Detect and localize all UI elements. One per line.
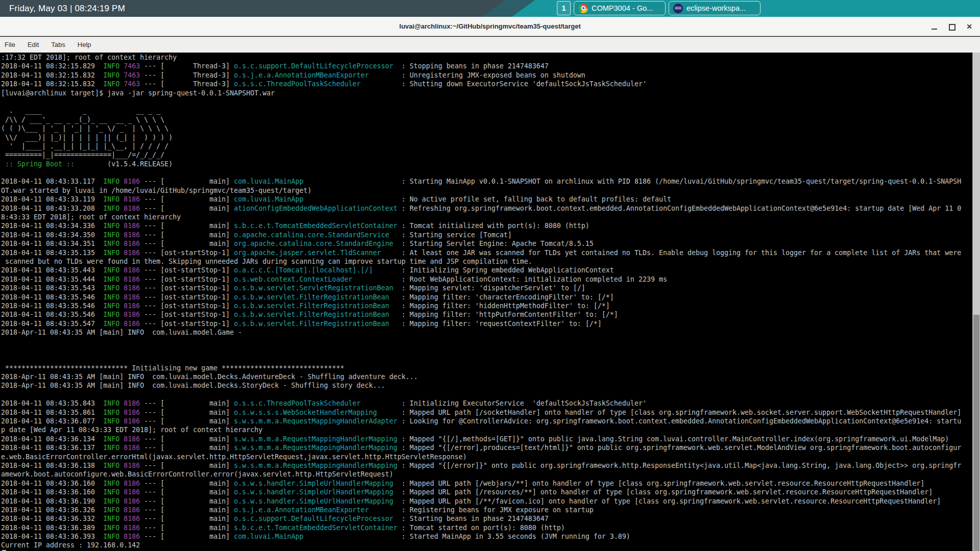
terminal-line: 2018-Apr-11 08:43:35 AM [main] INFO com.… xyxy=(1,381,980,390)
terminal-line: scanned but no TLDs were found in them. … xyxy=(1,257,980,266)
terminal-scrollbar[interactable] xyxy=(972,53,980,551)
terminal-line: 2018-04-11 08:43:34.351 INFO 8186 --- [ … xyxy=(1,239,980,248)
taskbar-apps: COMP3004 - Go...eclipse-workspa... xyxy=(574,1,761,15)
terminal-line: 2018-04-11 08:32:15.832 INFO 7463 --- [ … xyxy=(1,80,980,88)
terminal-line: 2018-04-11 08:43:36.134 INFO 8186 --- [ … xyxy=(1,435,980,443)
terminal-line: OT.war started by luvai in /home/luvai/G… xyxy=(1,186,980,195)
terminal-line: :: Spring Boot :: (v1.5.4.RELEASE) xyxy=(1,160,980,168)
terminal-line: 2018-04-11 08:43:35.843 INFO 8186 --- [ … xyxy=(1,399,980,408)
terminal-line: \\/ ___)| |_)| | | | | || (_| | ) ) ) ) xyxy=(1,133,980,142)
terminal-line: 2018-04-11 08:43:35.546 INFO 8186 --- [o… xyxy=(1,293,980,302)
terminal-output: :17:32 EDT 2018]; root of context hierar… xyxy=(0,53,980,551)
maximize-icon[interactable] xyxy=(948,23,955,30)
taskbar: Friday, May 03 | 08:24:19 PM 1 COMP3004 … xyxy=(0,0,980,17)
terminal-line: ' |____| .__|_| |_|_| |_\__, | / / / / xyxy=(1,142,980,151)
terminal-line: 2018-04-11 08:43:36.326 INFO 8186 --- [ … xyxy=(1,506,980,514)
taskbar-app-eclipse[interactable]: eclipse-workspa... xyxy=(669,1,761,15)
eclipse-icon xyxy=(673,4,683,13)
menu-bar: FileEditTabsHelp xyxy=(0,37,980,53)
terminal-line: 2018-04-11 08:43:35.546 INFO 8186 --- [o… xyxy=(1,302,980,310)
terminal-line: 2018-04-11 08:43:35.543 INFO 8186 --- [o… xyxy=(1,284,980,292)
terminal-line: 2018-04-11 08:43:36.332 INFO 8186 --- [ … xyxy=(1,514,980,523)
terminal-line: p date [Wed Apr 11 08:43:33 EDT 2018]; r… xyxy=(1,425,980,434)
terminal-line: 2018-04-11 08:43:33.208 INFO 8186 --- [ … xyxy=(1,204,980,213)
terminal-line: 2018-04-11 08:43:35.547 INFO 8186 --- [o… xyxy=(1,319,980,328)
terminal-line: 2018-04-11 08:43:36.160 INFO 8186 --- [ … xyxy=(1,479,980,488)
terminal-line: 2018-04-11 08:43:33.119 INFO 8186 --- [ … xyxy=(1,195,980,204)
terminal-line: 8:43:33 EDT 2018]; root of context hiera… xyxy=(1,213,980,221)
terminal-line xyxy=(1,390,980,399)
terminal-line: 2018-Apr-11 08:43:35 AM [main] INFO com.… xyxy=(1,372,980,381)
menu-help[interactable]: Help xyxy=(78,41,91,48)
terminal-line: [luvai@archlinux target]$ java -jar spri… xyxy=(1,89,980,97)
terminal-line: amework.boot.autoconfigure.web.BasicErro… xyxy=(1,470,980,479)
taskbar-app-label: COMP3004 - Go... xyxy=(592,4,653,12)
terminal-line: 2018-04-11 08:32:15.829 INFO 7463 --- [ … xyxy=(1,62,980,70)
terminal-line: 2018-04-11 08:32:15.832 INFO 7463 --- [ … xyxy=(1,71,980,80)
taskbar-app-label: eclipse-workspa... xyxy=(687,4,746,12)
terminal-line xyxy=(1,346,980,355)
menu-edit[interactable]: Edit xyxy=(28,41,39,48)
close-icon[interactable]: ✕ xyxy=(966,23,973,30)
terminal-line: 2018-04-11 08:43:34.336 INFO 8186 --- [ … xyxy=(1,221,980,230)
terminal-line: /\\ / ___'_ __ _ _(_)_ __ __ _ \ \ \ \ xyxy=(1,115,980,124)
taskbar-clock: Friday, May 03 | 08:24:19 PM xyxy=(9,0,125,17)
terminal-line: ****************************** Initialis… xyxy=(1,364,980,372)
terminal-line: =========|_|==============|___/=/_/_/_/ xyxy=(1,151,980,159)
menu-file[interactable]: File xyxy=(5,41,15,48)
terminal-line xyxy=(1,168,980,177)
terminal-line: . ____ _ __ _ _ xyxy=(1,106,980,115)
terminal-line: 2018-04-11 08:43:36.137 INFO 8186 --- [ … xyxy=(1,443,980,452)
terminal-line: Current IP address : 192.168.0.142 xyxy=(1,541,980,549)
terminal-line xyxy=(1,355,980,363)
terminal-line: 2018-04-11 08:43:36.389 INFO 8186 --- [ … xyxy=(1,523,980,532)
terminal-line: 2018-04-11 08:43:34.350 INFO 8186 --- [ … xyxy=(1,231,980,239)
terminal-line: 2018-04-11 08:43:36.393 INFO 8186 --- [ … xyxy=(1,532,980,541)
terminal-line: 2018-04-11 08:43:36.077 INFO 8186 --- [ … xyxy=(1,417,980,425)
taskbar-app-chrome[interactable]: COMP3004 - Go... xyxy=(574,1,666,15)
window-titlebar: luvai@archlinux:~/GitHub/springmvc/team3… xyxy=(0,17,980,36)
terminal-line xyxy=(1,337,980,346)
terminal[interactable]: :17:32 EDT 2018]; root of context hierar… xyxy=(0,53,980,551)
terminal-line: e.web.BasicErrorController.errorHtml(jav… xyxy=(1,453,980,461)
terminal-line: 2018-04-11 08:43:35.861 INFO 8186 --- [ … xyxy=(1,408,980,417)
terminal-line: 2018-04-11 08:43:35.546 INFO 8186 --- [o… xyxy=(1,310,980,319)
terminal-line xyxy=(1,97,980,106)
terminal-line: 2018-04-11 08:43:35.135 INFO 8186 --- [o… xyxy=(1,248,980,257)
window-title: luvai@archlinux:~/GitHub/springmvc/team3… xyxy=(0,17,980,36)
workspace-switcher-button[interactable]: 1 xyxy=(557,1,571,15)
minimize-icon[interactable] xyxy=(931,23,938,30)
terminal-line: 2018-04-11 08:43:35.444 INFO 8186 --- [o… xyxy=(1,275,980,284)
terminal-line: 2018-04-11 08:43:36.138 INFO 8186 --- [ … xyxy=(1,461,980,470)
window-controls: ✕ xyxy=(931,17,973,36)
terminal-line: 2018-04-11 08:43:36.190 INFO 8186 --- [ … xyxy=(1,497,980,506)
terminal-line: :17:32 EDT 2018]; root of context hierar… xyxy=(1,53,980,62)
terminal-line: 2018-Apr-11 08:43:35 AM [main] INFO com.… xyxy=(1,328,980,337)
chrome-icon xyxy=(578,4,588,13)
scrollbar-thumb[interactable] xyxy=(973,315,979,551)
terminal-line: 2018-04-11 08:43:35.443 INFO 8186 --- [o… xyxy=(1,266,980,274)
terminal-line: 2018-04-11 08:43:36.160 INFO 8186 --- [ … xyxy=(1,488,980,496)
terminal-line: ( ( )\___ | '_ | '_| | '_ \/ _` | \ \ \ … xyxy=(1,124,980,133)
menu-tabs[interactable]: Tabs xyxy=(51,41,65,48)
terminal-line: 2018-04-11 08:43:33.117 INFO 8186 --- [ … xyxy=(1,177,980,186)
